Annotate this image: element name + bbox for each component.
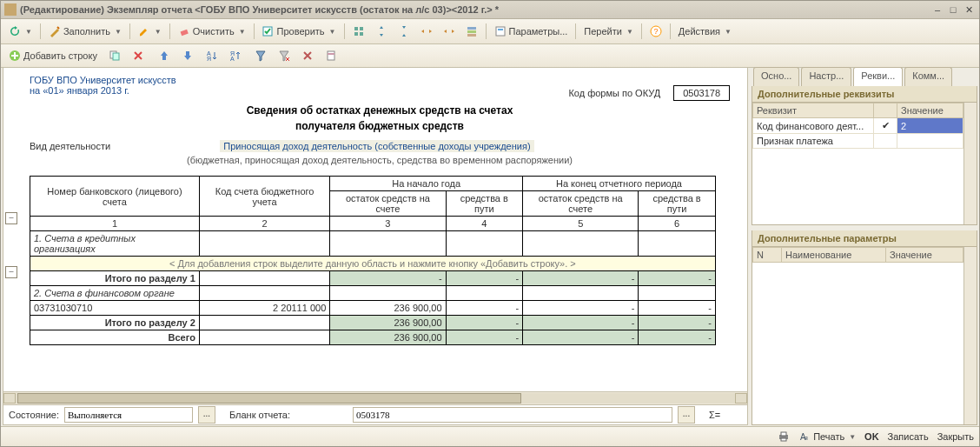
colnum-1: 1	[30, 217, 200, 231]
scroll-right[interactable]	[735, 393, 747, 404]
cell-acct[interactable]: 03731030710	[30, 301, 200, 316]
sigma-label: Σ=	[709, 410, 720, 420]
outline-toggle-2[interactable]: –	[5, 266, 17, 278]
maximize-button[interactable]: □	[946, 3, 960, 16]
th-balance-start: остаток средств на счете	[330, 191, 446, 217]
th-transit-start: средства в пути	[446, 191, 523, 217]
tool-6[interactable]	[461, 22, 482, 41]
par-vscroll[interactable]	[963, 247, 977, 424]
svg-rect-9	[496, 27, 505, 36]
svg-rect-21	[328, 53, 334, 55]
state-picker[interactable]: ...	[198, 406, 215, 424]
delete-row-button[interactable]	[128, 46, 149, 65]
tool-4[interactable]	[416, 22, 437, 41]
help-button[interactable]: ?	[646, 22, 666, 41]
req-col-3: Значение	[897, 103, 963, 118]
expand-v-icon	[375, 25, 387, 37]
outline-toggle-1[interactable]: –	[5, 212, 17, 224]
svg-rect-3	[360, 27, 363, 30]
sort-desc-icon: ЯA	[228, 50, 241, 62]
eraser-icon	[178, 25, 190, 37]
req-row-2[interactable]: Признак платежа	[753, 134, 963, 149]
move-up-button[interactable]	[154, 46, 175, 65]
clear-button[interactable]: Очистить▼	[174, 22, 250, 41]
svg-rect-2	[354, 27, 358, 30]
ok-button[interactable]: OK	[864, 431, 879, 442]
fill-button[interactable]: Заполнить▼	[44, 22, 126, 41]
help-icon: ?	[650, 25, 662, 37]
grand-total: Всего	[30, 330, 200, 345]
tab-comments[interactable]: Комм...	[904, 67, 952, 86]
th-account: Номер банковского (лицевого) счета	[30, 177, 200, 217]
move-down-button[interactable]	[177, 46, 198, 65]
params-button[interactable]: Параметры...	[490, 22, 573, 41]
sheet-icon	[325, 50, 337, 62]
app-icon	[4, 3, 17, 16]
layers-icon	[466, 25, 478, 37]
scroll-left[interactable]	[3, 393, 16, 404]
arrow-down-icon	[182, 50, 194, 62]
check-button[interactable]: Проверить▼	[258, 22, 341, 41]
req-row-1[interactable]: Код финансового деят...✔2	[753, 118, 963, 134]
activity-label: Вид деятельности	[30, 141, 110, 151]
par-col-2: Наименование	[782, 248, 886, 263]
svg-rect-0	[180, 30, 188, 36]
svg-text:?: ?	[653, 27, 658, 36]
req-vscroll[interactable]	[963, 103, 977, 224]
save-button[interactable]: Записать	[888, 431, 929, 442]
h-scrollbar[interactable]	[3, 391, 747, 404]
add-row-button[interactable]: Добавить строку	[4, 46, 102, 65]
font-icon: Aя	[798, 430, 811, 443]
refresh-button[interactable]: ▼	[4, 22, 36, 41]
blank-picker[interactable]: ...	[678, 406, 695, 424]
section-2: 2. Счета в финансовом органе	[30, 286, 200, 301]
collapse-v-icon	[398, 25, 410, 37]
tab-main[interactable]: Осно...	[753, 67, 799, 86]
svg-rect-15	[113, 53, 119, 60]
document-area[interactable]: – – ГОБУ ВПО Университет искусств на «01…	[3, 68, 747, 391]
activity-note: (бюджетная, приносящая доход деятельност…	[30, 155, 730, 165]
th-balance-end: остаток средств на счете	[523, 191, 639, 217]
sort-asc-button[interactable]: AЯ	[201, 46, 222, 65]
printer-button[interactable]	[778, 430, 790, 443]
tool-3[interactable]	[394, 22, 414, 41]
tab-requisites[interactable]: Рекви...	[853, 67, 903, 86]
state-field[interactable]	[64, 407, 193, 423]
blank-field[interactable]	[353, 407, 672, 423]
filter-button[interactable]	[250, 46, 271, 65]
add-hint[interactable]: < Для добавления строк выделите данную о…	[30, 257, 716, 271]
par-col-1: N	[753, 248, 782, 263]
svg-rect-20	[328, 51, 334, 60]
print-button[interactable]: AяПечать▼	[798, 430, 856, 443]
actions-button[interactable]: Действия▼	[674, 22, 736, 41]
close-footer-button[interactable]: Закрыть	[937, 431, 974, 442]
par-col-3: Значение	[886, 248, 963, 263]
data-row[interactable]: 03731030710 2 20111 000 236 900,00 ---	[30, 301, 716, 316]
cell-val1[interactable]: 236 900,00	[330, 301, 446, 316]
cell-code[interactable]: 2 20111 000	[199, 301, 329, 316]
tool-1[interactable]	[348, 22, 369, 41]
colnum-4: 4	[446, 217, 523, 231]
colnum-3: 3	[330, 217, 446, 231]
tool-5[interactable]	[439, 22, 460, 41]
refresh-icon	[9, 25, 21, 37]
expand-h-icon	[420, 25, 433, 37]
goto-button[interactable]: Перейти▼	[579, 22, 638, 41]
sort-desc-button[interactable]: ЯA	[224, 46, 245, 65]
svg-rect-4	[354, 32, 358, 36]
filter-clear-button[interactable]	[274, 46, 295, 65]
org-name: ГОБУ ВПО Университет искусств	[30, 75, 290, 85]
main-toolbar: ▼ Заполнить▼ ▼ Очистить▼ Проверить▼ Пара…	[1, 19, 979, 44]
req-col-2	[874, 103, 897, 118]
tab-settings[interactable]: Настр...	[801, 67, 851, 86]
activity-value[interactable]: Приносящая доход деятельность (собственн…	[220, 140, 533, 152]
tool-2[interactable]	[371, 22, 392, 41]
sheet-button[interactable]	[321, 46, 341, 65]
close-button[interactable]: ✕	[962, 3, 976, 16]
edit-button[interactable]: ▼	[134, 22, 166, 41]
remove-button[interactable]	[297, 46, 318, 65]
minimize-button[interactable]: –	[930, 3, 944, 16]
copy-row-button[interactable]	[104, 46, 125, 65]
scroll-thumb[interactable]	[17, 393, 521, 404]
svg-text:A: A	[230, 56, 235, 62]
